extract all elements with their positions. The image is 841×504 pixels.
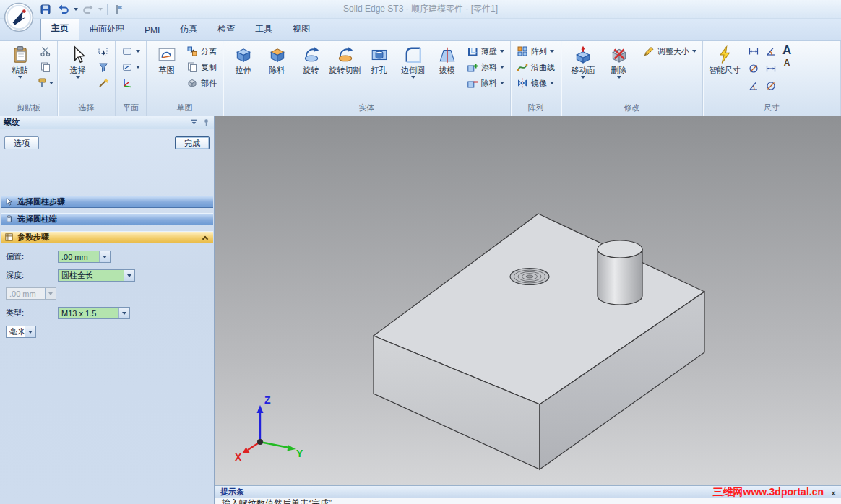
detach-button[interactable]: 分离 [184, 43, 220, 59]
resize-button[interactable]: 调整大小 [640, 43, 699, 59]
draft-label: 拔模 [439, 66, 455, 74]
type-dropdown-button[interactable] [118, 308, 129, 318]
parameter-step-bar[interactable]: 参数步骤 [1, 231, 213, 243]
mirror-button[interactable]: 镜像 [514, 75, 558, 91]
remove-material-label: 除料 [481, 78, 497, 89]
ribbon-group-plane: 平面 [116, 41, 147, 116]
add-material-icon [467, 61, 478, 73]
type-label: 类型: [6, 308, 58, 318]
sketch-button[interactable]: 草图 [150, 43, 184, 74]
angle-between-button[interactable] [762, 43, 780, 59]
extrude-label: 拉伸 [236, 66, 251, 74]
add-material-button[interactable]: 添料 [464, 59, 507, 75]
tab-pmi[interactable]: PMI [134, 21, 170, 40]
depth-offset-combobox: .00 mm [6, 287, 56, 300]
paste-button[interactable]: 粘贴 [3, 43, 37, 79]
select-filter-button[interactable] [95, 59, 112, 75]
text-annotation-small-button[interactable]: A [784, 58, 790, 68]
coordinate-dimension-icon [748, 63, 759, 74]
part-body[interactable] [374, 214, 704, 469]
app-logo-button[interactable] [4, 2, 34, 32]
ribbon: 粘贴 剪贴板 选择 [0, 41, 841, 116]
revolved-cut-button[interactable]: 旋转切割 [328, 43, 362, 74]
cylinder-boss[interactable] [598, 240, 642, 305]
coincident-plane-button[interactable] [118, 43, 143, 59]
select-cylinder-step-bar[interactable]: 选择圆柱步骤 [1, 196, 213, 208]
angle-dimension-button[interactable] [745, 78, 762, 94]
extrude-button[interactable]: 拉伸 [226, 43, 260, 74]
panel-menu-icon[interactable] [190, 118, 198, 126]
coordinate-dimension-button[interactable] [745, 61, 762, 77]
select-button[interactable]: 选择 [61, 43, 95, 79]
coordinate-system-button[interactable] [118, 75, 143, 91]
diameter-dimension-button[interactable] [762, 78, 780, 94]
revolve-button[interactable]: 旋转 [294, 43, 328, 74]
customize-toolbar-icon [114, 4, 126, 15]
unit-combobox[interactable]: 毫米 [6, 326, 36, 338]
pattern-button[interactable]: 阵列 [514, 43, 558, 59]
format-painter-button[interactable] [37, 75, 54, 91]
thin-wall-button[interactable]: 薄壁 [464, 43, 507, 59]
redo-button[interactable] [80, 2, 96, 17]
angle-dimension-icon [748, 80, 759, 92]
ribbon-group-select: 选择 选择 [58, 41, 116, 116]
model-viewport[interactable]: Z X Y 提示条 输入螺纹数值然后单击“完成” 三维网www.3dportal… [214, 116, 841, 504]
distance-between-icon [748, 45, 759, 57]
extrude-icon [234, 45, 253, 64]
tab-tools[interactable]: 工具 [245, 19, 283, 40]
unit-dropdown-button[interactable] [25, 326, 35, 337]
threaded-hole[interactable] [510, 269, 549, 285]
along-curve-button[interactable]: 沿曲线 [514, 59, 558, 75]
select-cursor-icon [69, 45, 87, 64]
redo-icon [82, 4, 94, 15]
move-face-button[interactable]: 移动面 [564, 43, 602, 79]
draft-button[interactable]: 拔模 [430, 43, 464, 74]
paste-dropdown-icon [18, 76, 22, 79]
select-options-button[interactable] [95, 75, 112, 91]
resize-icon [643, 45, 655, 57]
tab-home[interactable]: 主页 [40, 17, 79, 40]
type-row: 类型: M13 x 1.5 [6, 307, 214, 319]
customize-toolbar-button[interactable] [112, 2, 128, 17]
offset-combobox[interactable]: .00 mm [58, 251, 111, 263]
undo-dropdown-icon[interactable] [74, 8, 78, 11]
select-cylinder-step-icon [4, 197, 14, 207]
pin-icon[interactable] [202, 118, 210, 126]
depth-combobox[interactable]: 圆柱全长 [58, 269, 135, 282]
model-canvas[interactable]: Z X Y [215, 116, 841, 485]
type-combobox[interactable]: M13 x 1.5 [58, 307, 130, 319]
select-cylinder-end-bar[interactable]: 选择圆柱端 [1, 213, 213, 225]
round-button[interactable]: 边倒圆 [396, 43, 430, 79]
save-button[interactable] [38, 2, 53, 17]
offset-dropdown-button[interactable] [99, 251, 110, 262]
plane-more-button[interactable] [118, 59, 143, 75]
sketch-copy-button[interactable]: 复制 [184, 59, 220, 75]
text-annotation-button[interactable]: A [782, 43, 791, 58]
options-button[interactable]: 选项 [4, 136, 39, 149]
cut-button[interactable] [37, 43, 54, 59]
component-button[interactable]: 部件 [184, 75, 220, 91]
tab-simulation[interactable]: 仿真 [170, 19, 207, 40]
fence-select-button[interactable] [95, 43, 112, 59]
tab-view[interactable]: 视图 [283, 19, 320, 40]
watermark-close-icon[interactable]: × [832, 489, 836, 498]
hole-button[interactable]: 打孔 [362, 43, 396, 74]
distance-between-button[interactable] [745, 43, 762, 59]
sketch-copy-label: 复制 [201, 62, 217, 73]
select-cylinder-end-icon [4, 214, 14, 224]
type-value: M13 x 1.5 [59, 308, 118, 318]
finish-button[interactable]: 完成 [175, 136, 210, 149]
tab-inspect[interactable]: 检查 [207, 19, 245, 40]
tab-surfacing[interactable]: 曲面处理 [79, 19, 134, 40]
smart-dimension-button[interactable]: 智能尺寸 [706, 43, 743, 74]
pattern-icon [517, 45, 528, 57]
remove-material-button[interactable]: 除料 [464, 75, 507, 91]
delete-button[interactable]: 删除 [602, 43, 636, 79]
cutout-button[interactable]: 除料 [260, 43, 294, 74]
collapse-chevron-icon[interactable] [202, 235, 208, 241]
depth-offset-dropdown-button [45, 288, 56, 299]
symmetric-diameter-button[interactable] [762, 61, 780, 77]
depth-dropdown-button[interactable] [124, 270, 134, 281]
copy-button[interactable] [37, 59, 54, 75]
undo-button[interactable] [56, 2, 72, 17]
